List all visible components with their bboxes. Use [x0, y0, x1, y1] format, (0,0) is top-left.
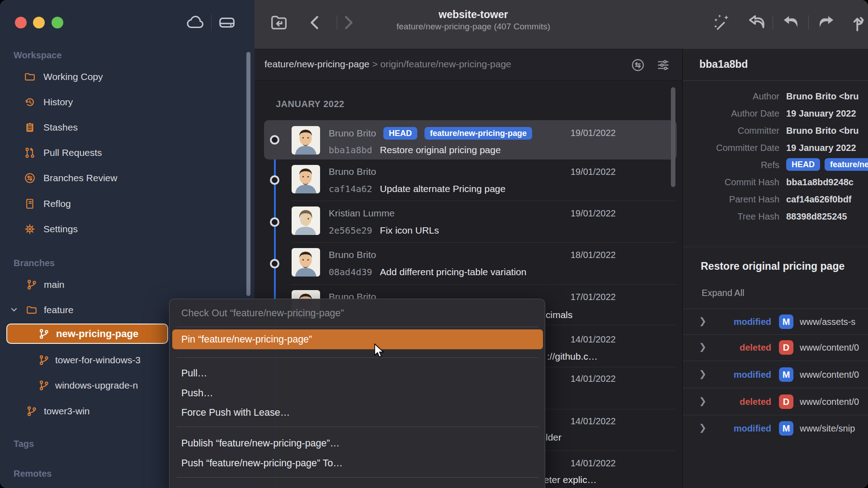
filter-icon[interactable] [656, 58, 670, 72]
commit-row-selected[interactable]: Bruno Brito HEAD feature/new-pricing-pag… [264, 120, 677, 160]
branch-icon [26, 279, 38, 291]
commit-message-tail: ://github.c… [547, 351, 598, 362]
menu-item-push[interactable]: Push… [181, 386, 213, 400]
drive-icon[interactable] [217, 12, 237, 33]
file-status: modified [683, 422, 771, 435]
chevron-down-icon[interactable] [9, 304, 20, 316]
pull-request-icon [24, 147, 36, 159]
divider [808, 15, 809, 30]
commit-row[interactable]: Bruno Brito caf14a62Update alternate Pri… [264, 159, 677, 200]
open-repo-icon[interactable] [269, 12, 289, 33]
branches-review-icon [24, 172, 36, 184]
commit-date: 17/01/2022 [571, 291, 616, 303]
sidebar-item-branch-new-pricing-page[interactable]: new-pricing-page [6, 324, 168, 344]
modified-badge: M [779, 367, 793, 382]
menu-divider [177, 427, 538, 427]
menu-item-pin-highlighted[interactable]: Pin “feature/new-pricing-page” [172, 329, 543, 349]
quick-actions-icon[interactable] [711, 12, 732, 33]
field-value: Bruno Brito <bru [786, 124, 868, 137]
commit-message-tail: cimals [546, 309, 573, 321]
commit-date: 19/01/2022 [571, 127, 616, 139]
breadcrumb-current-branch[interactable]: feature/new-pricing-page [264, 59, 369, 69]
menu-item-publish[interactable]: Publish “feature/new-pricing-page”… [181, 436, 340, 450]
minimize-window-button[interactable] [33, 17, 45, 28]
commit-hash: 08ad4d39 [329, 267, 372, 277]
cloud-icon[interactable] [185, 12, 206, 33]
branch-badge: feature/ne [825, 158, 868, 171]
sidebar-item-pull-requests[interactable]: Pull Requests [0, 144, 199, 162]
changed-file-row[interactable]: ❯ deleted D www/content/0 [683, 335, 868, 361]
commit-graph-node [270, 175, 279, 185]
breadcrumb-remote-branch[interactable]: origin/feature/new-pricing-page [380, 59, 511, 69]
sidebar-item-working-copy[interactable]: Working Copy [0, 68, 199, 86]
menu-item-push-to[interactable]: Push “feature/new-pricing-page” To… [181, 456, 343, 470]
divider [683, 415, 868, 415]
file-status: deleted [683, 341, 771, 354]
changed-file-row[interactable]: ❯ deleted D www/content/0 [683, 389, 868, 415]
merge-icon[interactable] [850, 12, 868, 33]
zoom-window-button[interactable] [52, 17, 63, 28]
expand-all-button[interactable]: Expand All [702, 288, 745, 298]
changed-file-row[interactable]: ❯ modified M www/site/snip [683, 416, 868, 441]
sidebar-item-label: History [43, 96, 73, 108]
close-window-button[interactable] [15, 17, 27, 28]
push-icon[interactable] [816, 12, 836, 33]
commit-message-tail: eter explic… [544, 474, 597, 486]
history-icon [24, 96, 36, 108]
commit-author: Bruno Brito [329, 127, 376, 139]
commit-list-scrollbar[interactable] [671, 87, 675, 187]
sidebar-scrollbar[interactable] [246, 52, 250, 296]
sidebar-item-branch-main[interactable]: main [0, 276, 199, 294]
branch-badge: feature/new-pricing-page [425, 127, 532, 140]
pull-icon[interactable] [781, 12, 802, 33]
sidebar-item-label: Stashes [43, 121, 78, 134]
sidebar-item-label: windows-upgrade-n [55, 379, 138, 392]
commit-row[interactable]: Kristian Lumme 2e565e29Fix icon URLs 19/… [264, 201, 677, 241]
sidebar-item-label: main [44, 278, 65, 291]
file-path: www/content/0 [800, 341, 868, 354]
file-path: www/content/0 [800, 395, 868, 408]
sidebar-item-reflog[interactable]: Reflog [0, 195, 199, 213]
gear-icon [24, 223, 36, 235]
sidebar-item-label: tower3-win [44, 405, 90, 418]
compare-icon[interactable] [631, 58, 645, 72]
commit-author: Kristian Lumme [329, 207, 395, 219]
mouse-cursor [373, 343, 386, 359]
avatar [292, 165, 320, 193]
sidebar-item-label: Reflog [43, 197, 71, 210]
sidebar-item-label: Settings [43, 223, 78, 235]
menu-item-force-push[interactable]: Force Push with Lease… [181, 406, 290, 419]
row-divider [292, 284, 676, 285]
head-badge: HEAD [786, 158, 820, 171]
sidebar-section-tags: Tags [14, 438, 34, 450]
divider [337, 15, 337, 30]
avatar [292, 248, 320, 277]
reflog-icon [24, 198, 36, 210]
branch-icon [38, 354, 50, 366]
menu-divider [177, 327, 538, 327]
menu-item-pull[interactable]: Pull… [181, 366, 207, 380]
avatar [292, 206, 320, 235]
breadcrumb-separator: > [372, 59, 377, 69]
commit-date: 14/01/2022 [571, 415, 616, 427]
commit-graph-node [270, 259, 279, 268]
commit-detail-title: bba1a8bd [699, 58, 748, 70]
field-label: Author Date [683, 107, 779, 120]
branch-breadcrumb-bar: feature/new-pricing-page > origin/featur… [255, 49, 682, 80]
sidebar-item-branches-review[interactable]: Branches Review [0, 169, 199, 187]
sidebar-item-history[interactable]: History [0, 93, 199, 111]
file-status: deleted [683, 395, 771, 408]
fetch-icon[interactable] [747, 12, 768, 33]
window-title: website-tower [374, 8, 573, 21]
changed-file-row[interactable]: ❯ modified M www/content/0 [683, 362, 868, 388]
field-value: 88398d825245 [786, 210, 868, 223]
sidebar-item-stashes[interactable]: Stashes [0, 118, 199, 136]
branch-icon [38, 380, 50, 391]
back-icon[interactable] [305, 12, 326, 33]
changed-file-row[interactable]: ❯ modified M www/assets-s [683, 309, 868, 335]
commit-row[interactable]: Bruno Brito 08ad4d39Add different pricin… [264, 242, 677, 283]
sidebar-item-settings[interactable]: Settings [0, 220, 199, 238]
divider [683, 80, 868, 81]
forward-icon[interactable] [338, 12, 359, 33]
field-label: Commit Hash [683, 175, 779, 189]
